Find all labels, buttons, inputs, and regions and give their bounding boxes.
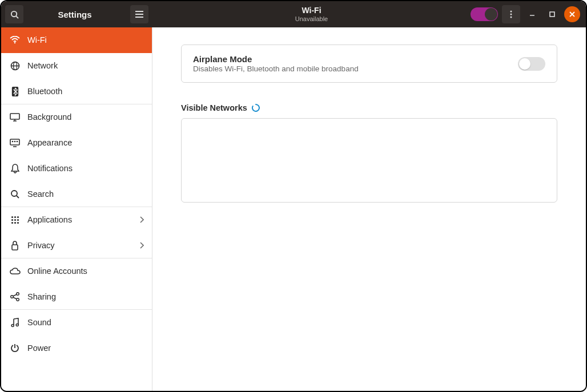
titlebar-left: Settings — [1, 1, 152, 27]
settings-window: Settings Wi-Fi Unavailable — [0, 0, 587, 392]
svg-point-30 — [11, 219, 13, 220]
sidebar-title: Settings — [23, 10, 126, 19]
sidebar-item-power[interactable]: Power — [1, 336, 152, 361]
svg-point-5 — [510, 11, 512, 13]
sidebar-item-appearance[interactable]: Appearance — [1, 130, 152, 156]
sidebar-item-label: Sound — [27, 318, 51, 327]
svg-point-12 — [14, 42, 15, 43]
svg-point-37 — [11, 296, 14, 298]
sidebar-item-bluetooth[interactable]: Bluetooth — [1, 79, 152, 104]
svg-line-40 — [13, 294, 17, 296]
visible-networks-header: Visible Networks — [181, 103, 557, 112]
sidebar-item-label: Applications — [27, 215, 72, 224]
power-icon — [9, 342, 21, 354]
airplane-mode-text: Airplane Mode Disables Wi-Fi, Bluetooth … — [193, 54, 518, 73]
sidebar: Wi-Fi Network Bluetooth Background — [1, 27, 152, 391]
sidebar-item-sound[interactable]: Sound — [1, 310, 152, 336]
sidebar-item-online-accounts[interactable]: Online Accounts — [1, 258, 152, 284]
airplane-mode-toggle-knob — [519, 58, 530, 70]
svg-point-25 — [11, 191, 17, 196]
sidebar-item-label: Background — [27, 112, 71, 122]
airplane-mode-title: Airplane Mode — [193, 54, 518, 64]
wifi-toggle[interactable] — [471, 7, 498, 21]
appearance-icon — [9, 137, 21, 148]
svg-rect-9 — [550, 12, 554, 17]
wifi-icon — [9, 34, 21, 46]
close-icon — [569, 11, 575, 17]
svg-point-35 — [17, 221, 18, 223]
sidebar-item-notifications[interactable]: Notifications — [1, 156, 152, 181]
sidebar-item-label: Sharing — [27, 292, 56, 301]
search-icon — [10, 10, 19, 19]
maximize-icon — [549, 11, 555, 17]
svg-point-38 — [17, 293, 19, 296]
svg-point-39 — [17, 298, 19, 301]
sidebar-item-label: Wi-Fi — [27, 35, 47, 45]
svg-point-7 — [510, 17, 512, 18]
sidebar-item-sharing[interactable]: Sharing — [1, 284, 152, 310]
svg-line-26 — [17, 196, 19, 198]
cloud-icon — [9, 265, 21, 277]
svg-point-6 — [510, 14, 512, 15]
sidebar-item-label: Bluetooth — [27, 87, 62, 96]
window-body: Wi-Fi Network Bluetooth Background — [1, 27, 586, 391]
airplane-mode-toggle[interactable] — [518, 57, 545, 71]
sidebar-item-label: Online Accounts — [27, 266, 87, 276]
wifi-toggle-knob — [485, 8, 497, 21]
svg-point-31 — [14, 219, 15, 220]
sidebar-item-label: Network — [27, 61, 58, 70]
desktop-icon — [9, 111, 21, 123]
svg-point-23 — [17, 140, 18, 142]
svg-point-29 — [17, 216, 18, 217]
page-subtitle: Unavailable — [295, 15, 328, 22]
share-icon — [9, 291, 21, 302]
page-title: Wi-Fi — [301, 6, 321, 15]
kebab-menu-button[interactable] — [502, 5, 520, 23]
chevron-right-icon — [139, 242, 144, 249]
svg-point-28 — [14, 216, 15, 217]
svg-point-34 — [14, 221, 15, 223]
sidebar-item-wifi[interactable]: Wi-Fi — [1, 27, 152, 53]
airplane-mode-subtitle: Disables Wi-Fi, Bluetooth and mobile bro… — [193, 64, 518, 73]
svg-rect-36 — [12, 245, 18, 250]
bell-icon — [9, 163, 21, 174]
chevron-right-icon — [139, 216, 144, 223]
sidebar-item-privacy[interactable]: Privacy — [1, 233, 152, 258]
sidebar-item-label: Notifications — [27, 164, 73, 173]
visible-networks-label: Visible Networks — [181, 103, 247, 112]
close-button[interactable] — [564, 6, 580, 22]
sidebar-item-search[interactable]: Search — [1, 181, 152, 207]
svg-point-33 — [11, 221, 13, 223]
minimize-icon — [529, 11, 535, 17]
svg-point-43 — [16, 324, 18, 326]
lock-icon — [9, 240, 21, 251]
maximize-button[interactable] — [544, 6, 560, 22]
globe-icon — [9, 60, 21, 71]
svg-point-22 — [14, 140, 16, 142]
apps-icon — [9, 214, 21, 225]
sidebar-item-label: Appearance — [27, 138, 72, 147]
svg-point-21 — [12, 140, 14, 142]
svg-point-27 — [11, 216, 13, 217]
sidebar-item-applications[interactable]: Applications — [1, 207, 152, 233]
sidebar-item-label: Power — [27, 343, 51, 353]
svg-line-1 — [16, 16, 18, 18]
svg-point-42 — [11, 324, 14, 326]
svg-point-32 — [17, 219, 18, 220]
search-button[interactable] — [5, 5, 23, 23]
minimize-button[interactable] — [524, 6, 540, 22]
svg-rect-17 — [10, 114, 19, 119]
hamburger-button[interactable] — [130, 5, 148, 23]
hamburger-icon — [135, 11, 143, 18]
music-icon — [9, 317, 21, 328]
sidebar-item-background[interactable]: Background — [1, 104, 152, 130]
sidebar-item-label: Privacy — [27, 241, 55, 250]
titlebar: Settings Wi-Fi Unavailable — [1, 1, 586, 27]
content-area: Airplane Mode Disables Wi-Fi, Bluetooth … — [152, 27, 586, 391]
magnifier-icon — [9, 188, 21, 200]
visible-networks-list — [181, 118, 557, 203]
loading-spinner-icon — [252, 104, 260, 112]
kebab-icon — [510, 10, 512, 18]
bluetooth-icon — [9, 86, 21, 97]
sidebar-item-network[interactable]: Network — [1, 53, 152, 79]
